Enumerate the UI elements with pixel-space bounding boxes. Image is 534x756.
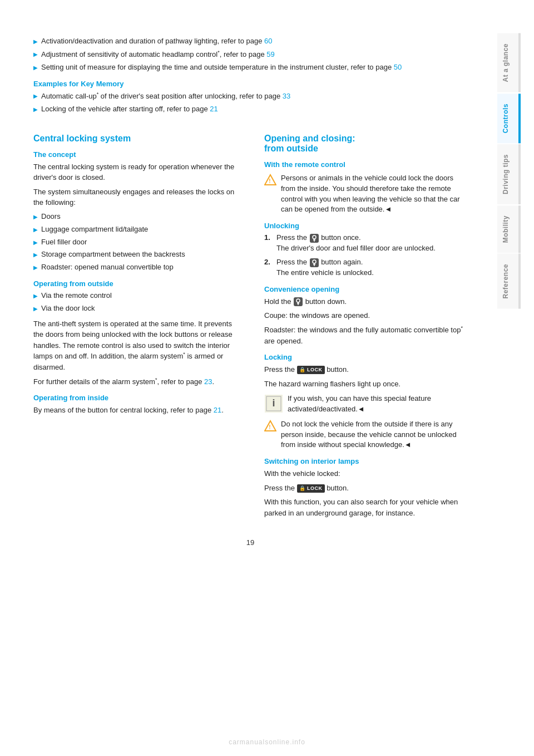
page-link[interactable]: 33 bbox=[283, 92, 290, 100]
right-column: Opening and closing:from outside With th… bbox=[259, 124, 467, 522]
two-col-layout: Central locking system The concept The c… bbox=[33, 124, 467, 522]
bullet-text: Activation/deactivation and duration of … bbox=[41, 36, 273, 47]
page-number: 19 bbox=[33, 538, 467, 547]
bullet-arrow-icon: ▶ bbox=[33, 51, 38, 59]
operating-outside-list: ▶ Via the remote control ▶ Via the door … bbox=[33, 291, 236, 314]
bullet-arrow-icon: ▶ bbox=[33, 106, 38, 114]
switching-para2: Press the 🔒 LOCK button. bbox=[264, 483, 467, 494]
svg-text:i: i bbox=[272, 397, 275, 409]
svg-text:!: ! bbox=[269, 424, 270, 430]
bullet-arrow-icon: ▶ bbox=[33, 292, 38, 301]
concept-items-list: ▶ Doors ▶ Luggage compartment lid/tailga… bbox=[33, 212, 236, 273]
bullet-arrow-icon: ▶ bbox=[33, 64, 38, 72]
key-memory-heading: Examples for Key Memory bbox=[33, 80, 467, 88]
list-item: ▶ Automatic call-up* of the driver's sea… bbox=[33, 91, 467, 102]
list-item: ▶ Setting unit of measure for displaying… bbox=[33, 62, 467, 73]
operating-outside-para: The anti-theft system is operated at the… bbox=[33, 318, 236, 373]
central-locking-heading: Central locking system bbox=[33, 134, 236, 144]
locking-para2: The hazard warning flashers light up onc… bbox=[264, 379, 467, 390]
step-number: 1. bbox=[264, 233, 272, 243]
remote-warning-text: Persons or animals in the vehicle could … bbox=[281, 173, 467, 215]
item-text: Luggage compartment lid/tailgate bbox=[41, 224, 148, 235]
unlocking-steps: 1. Press the button once.The driver's do… bbox=[264, 233, 467, 278]
locking-warning-text: Do not lock the vehicle from the outside… bbox=[281, 419, 467, 451]
switching-para3: With this function, you can also search … bbox=[264, 497, 467, 518]
sidebar-tab-controls[interactable]: Controls bbox=[497, 94, 521, 143]
bullet-text: Locking of the vehicle after starting of… bbox=[41, 104, 218, 115]
remote-button-icon bbox=[293, 297, 303, 307]
bullet-arrow-icon: ▶ bbox=[33, 251, 38, 259]
list-item: ▶ Fuel filler door bbox=[33, 237, 236, 248]
operating-outside-subheading: Operating from outside bbox=[33, 279, 236, 288]
key-memory-list: ▶ Automatic call-up* of the driver's sea… bbox=[33, 91, 467, 115]
locking-warning-box: ! Do not lock the vehicle from the outsi… bbox=[264, 419, 467, 451]
convenience-para1: Hold the button down. bbox=[264, 296, 467, 307]
page-link[interactable]: 21 bbox=[210, 105, 217, 113]
page-link[interactable]: 23 bbox=[204, 377, 212, 386]
bullet-arrow-icon: ▶ bbox=[33, 92, 38, 101]
lock-icon: 🔒 LOCK bbox=[297, 484, 325, 493]
bullet-text: Setting unit of measure for displaying t… bbox=[41, 62, 402, 73]
page-link[interactable]: 59 bbox=[266, 50, 274, 58]
svg-text:!: ! bbox=[269, 178, 270, 184]
concept-para1: The central locking system is ready for … bbox=[33, 161, 236, 183]
watermark: carmanualsonline.info bbox=[0, 738, 534, 746]
page-container: ▶ Activation/deactivation and duration o… bbox=[0, 0, 534, 756]
convenience-opening-subheading: Convenience opening bbox=[264, 285, 467, 293]
bullet-arrow-icon: ▶ bbox=[33, 239, 38, 247]
list-item: ▶ Doors bbox=[33, 212, 236, 222]
list-item: ▶ Via the door lock bbox=[33, 303, 236, 314]
list-item: ▶ Activation/deactivation and duration o… bbox=[33, 36, 467, 47]
remote-button-icon bbox=[309, 258, 319, 268]
bullet-arrow-icon: ▶ bbox=[33, 305, 38, 313]
operating-inside-subheading: Operating from inside bbox=[33, 394, 236, 402]
list-item: ▶ Locking of the vehicle after starting … bbox=[33, 104, 467, 115]
switching-lamps-subheading: Switching on interior lamps bbox=[264, 457, 467, 465]
bullet-text: Adjustment of sensitivity of automatic h… bbox=[41, 49, 275, 60]
bullet-text: Automatic call-up* of the driver's seat … bbox=[41, 91, 290, 102]
left-column: Central locking system The concept The c… bbox=[33, 124, 242, 522]
bullet-arrow-icon: ▶ bbox=[33, 38, 38, 46]
list-item: ▶ Adjustment of sensitivity of automatic… bbox=[33, 49, 467, 60]
sidebar: At a glance Controls Driving tips Mobili… bbox=[484, 0, 534, 756]
sidebar-tab-driving-tips[interactable]: Driving tips bbox=[497, 144, 521, 204]
operating-outside-para2: For further details of the alarm system*… bbox=[33, 376, 236, 387]
list-item: ▶ Luggage compartment lid/tailgate bbox=[33, 224, 236, 235]
sidebar-tab-at-a-glance[interactable]: At a glance bbox=[497, 33, 521, 92]
item-text: Via the remote control bbox=[41, 291, 112, 301]
page-link[interactable]: 60 bbox=[264, 37, 272, 45]
top-bullets-section: ▶ Activation/deactivation and duration o… bbox=[33, 36, 467, 115]
unlocking-subheading: Unlocking bbox=[264, 222, 467, 230]
opening-closing-heading: Opening and closing:from outside bbox=[264, 134, 467, 154]
item-text: Storage compartment between the backrest… bbox=[41, 249, 185, 260]
concept-para2: The system simultaneously engages and re… bbox=[33, 186, 236, 208]
step-text: Press the button again.The entire vehicl… bbox=[276, 257, 374, 278]
step-text: Press the button once.The driver's door … bbox=[276, 233, 436, 254]
sidebar-tab-reference[interactable]: Reference bbox=[497, 254, 521, 309]
locking-info-box: i If you wish, you can have this special… bbox=[264, 394, 467, 415]
remote-warning-box: ! Persons or animals in the vehicle coul… bbox=[264, 173, 467, 215]
sidebar-tab-mobility[interactable]: Mobility bbox=[497, 205, 521, 253]
list-item: ▶ Roadster: opened manual convertible to… bbox=[33, 262, 236, 273]
top-bullet-list: ▶ Activation/deactivation and duration o… bbox=[33, 36, 467, 73]
info-icon: i bbox=[264, 394, 283, 413]
list-item: 2. Press the button again.The entire veh… bbox=[264, 257, 467, 278]
locking-para1: Press the 🔒 LOCK button. bbox=[264, 364, 467, 375]
locking-subheading: Locking bbox=[264, 353, 467, 361]
switching-para1: With the vehicle locked: bbox=[264, 468, 467, 479]
step-number: 2. bbox=[264, 257, 272, 268]
item-text: Via the door lock bbox=[41, 303, 95, 314]
locking-info-text: If you wish, you can have this special f… bbox=[288, 394, 467, 415]
item-text: Roadster: opened manual convertible top bbox=[41, 262, 174, 273]
remote-control-subheading: With the remote control bbox=[264, 160, 467, 169]
remote-button-icon bbox=[309, 233, 319, 243]
convenience-para3: Roadster: the windows and the fully auto… bbox=[264, 325, 467, 346]
page-link[interactable]: 21 bbox=[214, 406, 221, 414]
list-item: 1. Press the button once.The driver's do… bbox=[264, 233, 467, 254]
page-link[interactable]: 50 bbox=[394, 63, 402, 71]
lock-icon: 🔒 LOCK bbox=[297, 366, 325, 375]
bullet-arrow-icon: ▶ bbox=[33, 264, 38, 272]
bullet-arrow-icon: ▶ bbox=[33, 226, 38, 234]
warning-triangle-icon: ! bbox=[264, 420, 276, 432]
list-item: ▶ Via the remote control bbox=[33, 291, 236, 301]
